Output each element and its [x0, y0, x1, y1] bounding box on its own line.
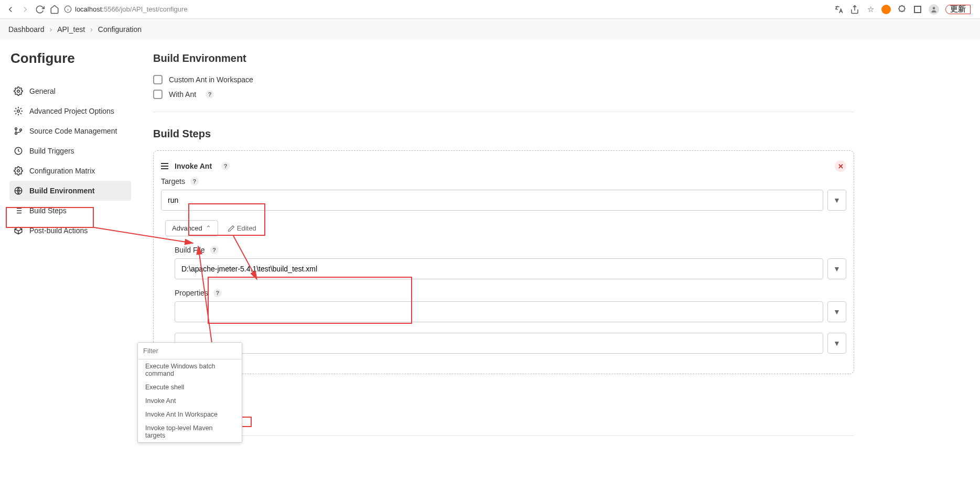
- sidebar-item-label: Advanced Project Options: [29, 107, 114, 115]
- clock-icon: [14, 146, 23, 156]
- sidebar-item-label: Build Triggers: [29, 147, 74, 155]
- translate-icon[interactable]: [834, 5, 844, 14]
- svg-rect-1: [914, 6, 921, 13]
- svg-point-3: [17, 90, 20, 93]
- filter-input[interactable]: [138, 343, 242, 359]
- menu-item-batch[interactable]: Execute Windows batch command: [138, 359, 242, 380]
- javaopts-input[interactable]: [175, 333, 823, 354]
- help-icon[interactable]: ?: [221, 162, 230, 170]
- svg-point-2: [933, 7, 935, 9]
- sidebar-item-matrix[interactable]: Configuration Matrix: [9, 161, 131, 181]
- delete-step-button[interactable]: ✕: [835, 160, 846, 172]
- checkbox-label: With Ant: [169, 90, 196, 99]
- expand-button[interactable]: ▼: [827, 333, 846, 354]
- breadcrumb-job[interactable]: API_test: [57, 25, 85, 34]
- properties-label: Properties ?: [175, 289, 846, 297]
- sidebar-item-triggers[interactable]: Build Triggers: [9, 141, 131, 161]
- gear-icon: [14, 106, 23, 116]
- divider: [153, 112, 854, 112]
- build-step-container: Invoke Ant ? ✕ Targets ? ▼ Advanced ⌃: [153, 150, 854, 374]
- svg-point-7: [20, 129, 22, 131]
- sidebar-item-label: Build Environment: [29, 187, 94, 195]
- help-icon[interactable]: ?: [206, 90, 214, 99]
- help-icon[interactable]: ?: [190, 177, 199, 185]
- gear-icon: [14, 86, 23, 96]
- build-steps-title: Build Steps: [153, 128, 854, 140]
- svg-point-6: [15, 133, 17, 135]
- label-text: Properties: [175, 289, 208, 297]
- checkbox-icon[interactable]: [153, 75, 163, 84]
- sidebar-item-label: General: [29, 87, 56, 95]
- breadcrumb-configuration[interactable]: Configuration: [98, 25, 142, 34]
- share-icon[interactable]: [850, 5, 859, 14]
- sidebar-item-label: Post-build Actions: [29, 226, 88, 235]
- buildfile-input[interactable]: [175, 258, 823, 279]
- sidebar-item-build-env[interactable]: Build Environment: [9, 181, 131, 201]
- svg-point-9: [17, 170, 20, 172]
- checkbox-icon[interactable]: [153, 90, 163, 99]
- sidebar-item-label: Configuration Matrix: [29, 167, 95, 175]
- expand-button[interactable]: ▼: [827, 258, 846, 279]
- puzzle-icon[interactable]: [897, 5, 907, 14]
- config-sidebar: Configure General Advanced Project Optio…: [0, 40, 137, 473]
- globe-icon: [14, 186, 23, 195]
- build-step-title: Invoke Ant: [175, 162, 212, 170]
- breadcrumb: Dashboard › API_test › Configuration: [0, 19, 980, 40]
- breadcrumb-dashboard[interactable]: Dashboard: [8, 25, 45, 34]
- home-button[interactable]: [49, 4, 60, 15]
- svg-point-4: [17, 110, 20, 113]
- menu-item-shell[interactable]: Execute shell: [138, 380, 242, 394]
- sidebar-item-scm[interactable]: Source Code Management: [9, 121, 131, 141]
- advanced-button[interactable]: Advanced ⌃: [165, 220, 218, 236]
- sidebar-item-postbuild[interactable]: Post-build Actions: [9, 221, 131, 241]
- sidebar-item-advanced[interactable]: Advanced Project Options: [9, 101, 131, 121]
- sidebar-item-label: Build Steps: [29, 206, 67, 215]
- pencil-icon: [228, 225, 235, 232]
- gear-icon: [14, 166, 23, 176]
- label-text: Targets: [161, 177, 185, 185]
- edited-indicator: Edited: [228, 224, 256, 232]
- checkbox-label: Custom Ant in Workspace: [169, 75, 253, 84]
- browser-nav-bar: localhost:5566/job/API_test/configure ☆ …: [0, 0, 980, 19]
- browser-action-icons: ☆ 更新: [834, 4, 975, 15]
- sidebar-item-label: Source Code Management: [29, 127, 117, 135]
- targets-input[interactable]: [161, 190, 823, 211]
- build-env-title: Build Environment: [153, 52, 854, 64]
- url-host: localhost:: [75, 5, 104, 13]
- properties-input[interactable]: [175, 301, 823, 322]
- expand-button[interactable]: ▼: [827, 301, 846, 322]
- url-port: 5566: [104, 5, 119, 13]
- chevron-up-icon: ⌃: [206, 224, 211, 232]
- checkbox-with-ant[interactable]: With Ant ?: [153, 90, 854, 99]
- branch-icon: [14, 126, 23, 136]
- reload-button[interactable]: [35, 4, 45, 15]
- chevron-right-icon: ›: [50, 25, 52, 34]
- help-icon[interactable]: ?: [210, 246, 219, 254]
- window-icon[interactable]: [913, 5, 922, 14]
- label-text: Advanced: [172, 224, 202, 232]
- back-button[interactable]: [5, 4, 16, 15]
- buildfile-label: Build File ?: [175, 246, 846, 254]
- extension-orange-icon[interactable]: [881, 5, 891, 14]
- targets-label: Targets ?: [161, 177, 846, 185]
- menu-item-invoke-ant-workspace[interactable]: Invoke Ant In Workspace: [138, 408, 242, 421]
- sidebar-item-general[interactable]: General: [9, 81, 131, 101]
- drag-handle-icon[interactable]: [161, 163, 168, 169]
- expand-button[interactable]: ▼: [827, 190, 846, 211]
- url-path: /job/API_test/configure: [119, 5, 188, 13]
- star-icon[interactable]: ☆: [866, 5, 875, 14]
- profile-icon[interactable]: [929, 4, 939, 15]
- menu-item-maven[interactable]: Invoke top-level Maven targets: [138, 421, 242, 442]
- help-icon[interactable]: ?: [213, 289, 222, 297]
- checkbox-custom-ant[interactable]: Custom Ant in Workspace: [153, 75, 854, 84]
- list-icon: [14, 206, 23, 215]
- label-text: Edited: [237, 224, 256, 232]
- url-bar[interactable]: localhost:5566/job/API_test/configure: [64, 5, 830, 13]
- sidebar-item-build-steps[interactable]: Build Steps: [9, 201, 131, 221]
- menu-item-invoke-ant[interactable]: Invoke Ant: [138, 394, 242, 408]
- update-button[interactable]: 更新: [945, 5, 971, 14]
- chevron-right-icon: ›: [90, 25, 93, 34]
- main-content: Build Environment Custom Ant in Workspac…: [137, 40, 980, 473]
- forward-button[interactable]: [20, 4, 30, 15]
- package-icon: [14, 226, 23, 235]
